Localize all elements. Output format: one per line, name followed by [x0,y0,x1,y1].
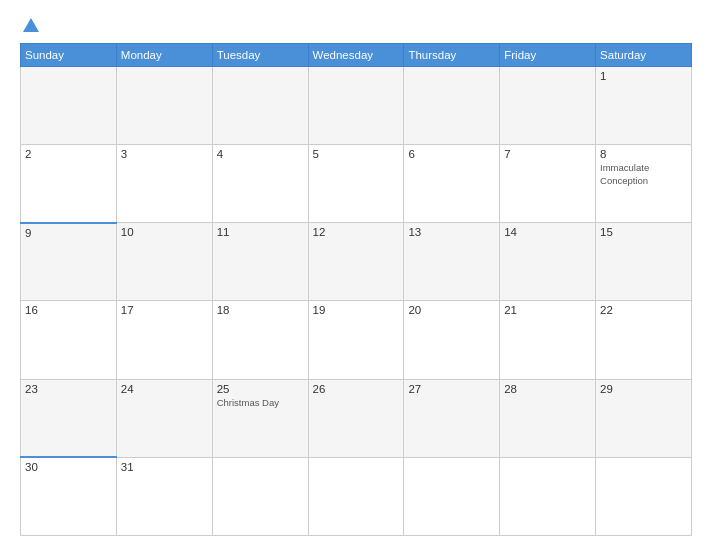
calendar-cell: 17 [116,301,212,379]
calendar-cell: 4 [212,145,308,223]
day-number: 31 [121,461,208,473]
calendar-cell: 13 [404,223,500,301]
calendar-cell: 30 [21,457,117,535]
day-number: 7 [504,148,591,160]
calendar-cell: 7 [500,145,596,223]
day-number: 27 [408,383,495,395]
day-number: 22 [600,304,687,316]
day-number: 3 [121,148,208,160]
calendar-cell: 12 [308,223,404,301]
weekday-saturday: Saturday [596,44,692,67]
calendar-cell: 6 [404,145,500,223]
calendar-cell [212,457,308,535]
day-number: 24 [121,383,208,395]
day-number: 6 [408,148,495,160]
day-number: 8 [600,148,687,160]
calendar-cell: 31 [116,457,212,535]
calendar-header: SundayMondayTuesdayWednesdayThursdayFrid… [21,44,692,67]
calendar-cell: 20 [404,301,500,379]
calendar-cell: 3 [116,145,212,223]
calendar-cell: 14 [500,223,596,301]
day-number: 25 [217,383,304,395]
calendar-cell: 10 [116,223,212,301]
calendar-cell: 25Christmas Day [212,379,308,457]
day-number: 26 [313,383,400,395]
calendar-page: SundayMondayTuesdayWednesdayThursdayFrid… [0,0,712,550]
event-label: Immaculate Conception [600,162,687,187]
logo [20,18,39,33]
calendar-cell [21,67,117,145]
calendar-cell: 11 [212,223,308,301]
day-number: 9 [25,227,112,239]
calendar-cell [500,457,596,535]
calendar-cell: 1 [596,67,692,145]
calendar-cell [596,457,692,535]
header [20,18,692,33]
weekday-wednesday: Wednesday [308,44,404,67]
calendar-cell: 22 [596,301,692,379]
day-number: 29 [600,383,687,395]
calendar-week-3: 16171819202122 [21,301,692,379]
day-number: 19 [313,304,400,316]
calendar-cell: 15 [596,223,692,301]
event-label: Christmas Day [217,397,304,409]
calendar-cell: 28 [500,379,596,457]
calendar-week-1: 2345678Immaculate Conception [21,145,692,223]
day-number: 4 [217,148,304,160]
calendar-cell: 2 [21,145,117,223]
calendar-cell: 8Immaculate Conception [596,145,692,223]
day-number: 2 [25,148,112,160]
calendar-table: SundayMondayTuesdayWednesdayThursdayFrid… [20,43,692,536]
calendar-cell: 21 [500,301,596,379]
day-number: 28 [504,383,591,395]
weekday-thursday: Thursday [404,44,500,67]
day-number: 13 [408,226,495,238]
day-number: 20 [408,304,495,316]
calendar-cell [308,457,404,535]
day-number: 18 [217,304,304,316]
calendar-week-5: 3031 [21,457,692,535]
calendar-cell: 19 [308,301,404,379]
day-number: 11 [217,226,304,238]
calendar-cell: 26 [308,379,404,457]
day-number: 15 [600,226,687,238]
calendar-week-4: 232425Christmas Day26272829 [21,379,692,457]
calendar-week-0: 1 [21,67,692,145]
day-number: 17 [121,304,208,316]
calendar-cell: 24 [116,379,212,457]
calendar-cell: 18 [212,301,308,379]
calendar-cell: 29 [596,379,692,457]
weekday-sunday: Sunday [21,44,117,67]
day-number: 16 [25,304,112,316]
calendar-cell [212,67,308,145]
calendar-cell [500,67,596,145]
day-number: 30 [25,461,112,473]
calendar-cell [404,67,500,145]
calendar-cell [404,457,500,535]
day-number: 5 [313,148,400,160]
weekday-header-row: SundayMondayTuesdayWednesdayThursdayFrid… [21,44,692,67]
day-number: 14 [504,226,591,238]
day-number: 23 [25,383,112,395]
calendar-cell [308,67,404,145]
day-number: 1 [600,70,687,82]
day-number: 12 [313,226,400,238]
weekday-friday: Friday [500,44,596,67]
weekday-monday: Monday [116,44,212,67]
calendar-cell [116,67,212,145]
calendar-cell: 9 [21,223,117,301]
day-number: 10 [121,226,208,238]
calendar-cell: 16 [21,301,117,379]
logo-triangle-icon [23,18,39,32]
calendar-cell: 23 [21,379,117,457]
calendar-cell: 5 [308,145,404,223]
calendar-cell: 27 [404,379,500,457]
day-number: 21 [504,304,591,316]
calendar-body: 12345678Immaculate Conception91011121314… [21,67,692,536]
weekday-tuesday: Tuesday [212,44,308,67]
calendar-week-2: 9101112131415 [21,223,692,301]
